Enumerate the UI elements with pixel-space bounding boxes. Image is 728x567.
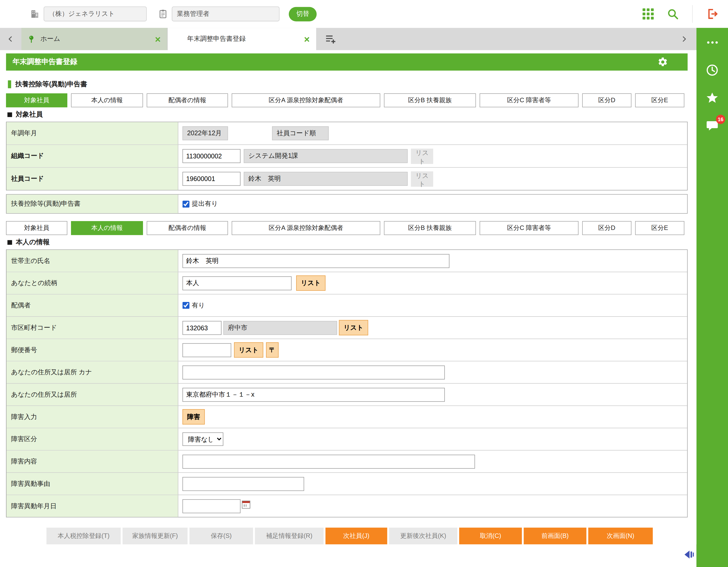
disability-date-input[interactable] <box>183 499 241 513</box>
row-disability-detail: 障害内容 <box>7 450 687 472</box>
org-list-button[interactable]: リスト <box>411 148 433 164</box>
field-label: 年調年月 <box>7 122 178 145</box>
spouse-checkbox[interactable] <box>183 302 190 309</box>
tab-spouse-info-2[interactable]: 配偶者の情報 <box>147 221 228 235</box>
role-input[interactable] <box>172 6 279 21</box>
search-icon[interactable] <box>667 8 679 20</box>
tab-category-e[interactable]: 区分E <box>635 93 684 107</box>
messages-icon[interactable]: 16 <box>705 119 719 133</box>
row-householder: 世帯主の氏名 <box>7 250 687 272</box>
city-code-input[interactable] <box>183 321 222 335</box>
square-marker <box>8 240 12 244</box>
row-emp-code: 社員コード 鈴木 英明 リスト <box>7 167 687 190</box>
collapse-left-arrow-icon[interactable] <box>683 549 694 561</box>
favorites-star-icon[interactable] <box>705 91 719 105</box>
tab-nenmatsu-active[interactable]: 年末調整申告書登録 × <box>168 28 316 50</box>
field-label: 障害入力 <box>7 406 178 428</box>
submitted-label: 提出有り <box>192 200 218 208</box>
settings-gear-icon[interactable] <box>658 57 668 67</box>
organization-icon <box>30 9 40 19</box>
tab-personal-info[interactable]: 本人の情報 <box>71 93 143 107</box>
supplement-info-button[interactable]: 補足情報登録(R) <box>255 528 323 544</box>
tab-home[interactable]: ホーム × <box>21 28 167 50</box>
householder-name-input[interactable] <box>183 254 450 268</box>
tab-personal-info-2[interactable]: 本人の情報 <box>71 221 143 235</box>
row-nencho: 年調年月 2022年12月 社員コード順 <box>7 122 687 145</box>
field-label: 郵便番号 <box>7 339 178 361</box>
tab-category-a-2[interactable]: 区分A 源泉控除対象配偶者 <box>232 221 380 235</box>
field-label: 配偶者 <box>7 295 178 316</box>
family-info-update-button[interactable]: 家族情報更新(F) <box>122 528 187 544</box>
message-count-badge: 16 <box>716 115 725 124</box>
tab-category-e-2[interactable]: 区分E <box>635 221 684 235</box>
calendar-icon[interactable] <box>242 501 250 509</box>
field-label: 世帯主の氏名 <box>7 250 178 272</box>
apps-grid-icon[interactable] <box>642 8 654 19</box>
org-code-input[interactable] <box>183 149 241 163</box>
row-org-code: 組織コード システム開発1課 リスト <box>7 144 687 167</box>
tabs-scroll-right-icon[interactable] <box>673 28 694 50</box>
row-postal: 郵便番号 リスト 〒 <box>7 339 687 361</box>
emp-name-value: 鈴木 英明 <box>244 172 407 186</box>
close-tab-icon[interactable]: × <box>155 34 161 44</box>
tab-category-d[interactable]: 区分D <box>582 93 631 107</box>
tab-category-b-2[interactable]: 区分B 扶養親族 <box>384 221 476 235</box>
row-spouse: 配偶者 有り <box>7 294 687 316</box>
tab-category-c[interactable]: 区分C 障害者等 <box>480 93 579 107</box>
row-disability-class: 障害区分 障害なし <box>7 428 687 450</box>
city-list-button[interactable]: リスト <box>339 320 368 335</box>
tab-target-employee[interactable]: 対象社員 <box>6 93 67 107</box>
updated-next-employee-button[interactable]: 更新後次社員(K) <box>389 528 457 544</box>
address-kana-input[interactable] <box>183 365 445 379</box>
disability-reason-input[interactable] <box>183 477 304 491</box>
tab-category-b[interactable]: 区分B 扶養親族 <box>384 93 476 107</box>
row-disability-reason: 障害異動事由 <box>7 472 687 495</box>
field-label: 市区町村コード <box>7 317 178 339</box>
history-icon[interactable] <box>705 63 719 77</box>
relationship-list-button[interactable]: リスト <box>296 275 325 291</box>
subsection-personal-info: 本人の情報 <box>6 238 690 246</box>
address-input[interactable] <box>183 388 445 402</box>
topbar: 切替 <box>0 0 728 28</box>
row-disability-input: 障害入力 障害 <box>7 406 687 428</box>
switch-button[interactable]: 切替 <box>289 7 317 21</box>
cancel-button[interactable]: 取消(C) <box>459 528 522 544</box>
disability-detail-input[interactable] <box>183 454 475 468</box>
section-tabs-1: 対象社員 本人の情報 配偶者の情報 区分A 源泉控除対象配偶者 区分B 扶養親族… <box>6 93 687 107</box>
nencho-month-value: 2022年12月 <box>183 126 228 140</box>
logout-icon[interactable] <box>706 8 719 21</box>
row-city-code: 市区町村コード 府中市 リスト <box>7 316 687 339</box>
city-name-value: 府中市 <box>223 321 337 335</box>
disability-class-select[interactable]: 障害なし <box>183 432 223 446</box>
personal-tax-deduction-button[interactable]: 本人税控除登録(T) <box>47 528 121 544</box>
tab-target-employee-2[interactable]: 対象社員 <box>6 221 67 235</box>
company-input[interactable] <box>44 6 147 21</box>
tabs-scroll-left-icon[interactable] <box>0 28 21 50</box>
more-options-icon[interactable] <box>705 35 719 49</box>
postal-list-button[interactable]: リスト <box>234 342 263 358</box>
tab-category-c-2[interactable]: 区分C 障害者等 <box>480 221 579 235</box>
field-label: 扶養控除等(異動)申告書 <box>7 194 178 213</box>
save-button[interactable]: 保存(S) <box>190 528 253 544</box>
relationship-input[interactable] <box>183 276 292 290</box>
close-tab-icon[interactable]: × <box>304 34 310 44</box>
emp-list-button[interactable]: リスト <box>411 171 433 186</box>
page-title: 年末調整申告書登録 <box>12 57 77 67</box>
nencho-order-value: 社員コード順 <box>272 126 329 140</box>
square-marker <box>8 112 12 117</box>
topbar-actions <box>642 5 719 23</box>
postal-code-input[interactable] <box>183 343 231 357</box>
next-employee-button[interactable]: 次社員(J) <box>326 528 387 544</box>
new-tab-button[interactable] <box>320 28 341 50</box>
tab-spouse-info[interactable]: 配偶者の情報 <box>147 93 228 107</box>
subsection-target-employee: 対象社員 <box>6 110 690 119</box>
disability-button[interactable]: 障害 <box>183 409 205 425</box>
tab-category-a[interactable]: 区分A 源泉控除対象配偶者 <box>232 93 380 107</box>
postal-mark-button[interactable]: 〒 <box>266 342 278 358</box>
emp-code-input[interactable] <box>183 172 241 186</box>
prev-screen-button[interactable]: 前画面(B) <box>524 528 586 544</box>
submitted-checkbox[interactable] <box>183 200 190 207</box>
tab-category-d-2[interactable]: 区分D <box>582 221 631 235</box>
next-screen-button[interactable]: 次画面(N) <box>588 528 653 544</box>
field-label: 障害区分 <box>7 428 178 450</box>
